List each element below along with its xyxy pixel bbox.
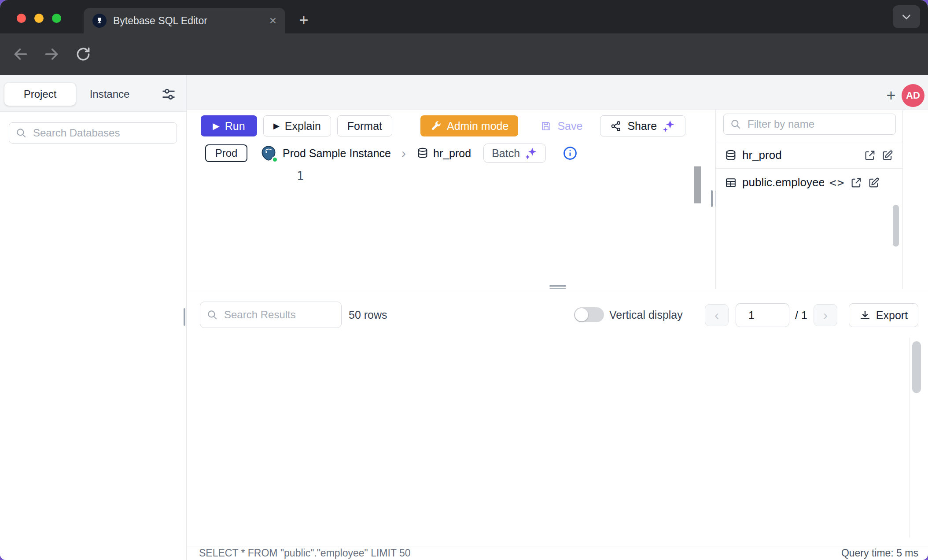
browser-navbar: localhost:8080/sql-editor/prod-sample-in… — [0, 33, 928, 75]
table-icon — [725, 177, 737, 189]
search-icon — [15, 127, 27, 139]
worksheet-tab-strip: + AD — [187, 75, 928, 110]
export-button[interactable]: Export — [849, 303, 918, 327]
instance-name[interactable]: Prod Sample Instance — [283, 147, 391, 160]
page-total: / 1 — [795, 303, 807, 327]
previous-page-button[interactable]: ‹ — [705, 304, 729, 326]
play-outline-icon: ▶ — [273, 121, 280, 131]
database-name[interactable]: hr_prod — [433, 147, 471, 160]
batch-sparkle-icon — [524, 147, 538, 160]
filter-settings-icon[interactable] — [161, 86, 177, 102]
batch-button[interactable]: Batch — [483, 144, 546, 163]
close-window-button[interactable] — [17, 14, 26, 23]
vertical-display-toggle[interactable] — [574, 307, 604, 322]
schema-table-name: public.employee — [742, 176, 824, 189]
page-number-input[interactable] — [736, 303, 789, 327]
schema-scrollbar[interactable] — [893, 205, 899, 247]
external-link-icon[interactable] — [864, 149, 876, 162]
bytebase-favicon-icon — [92, 14, 107, 28]
screen: Bytebase SQL Editor × + localhost:8080/s… — [0, 0, 928, 560]
row-count: 50 rows — [349, 302, 387, 328]
save-label: Save — [557, 120, 582, 133]
play-icon: ▶ — [213, 121, 219, 131]
sidebar-header: Project Instance — [0, 75, 186, 112]
query-time: Query time: 5 ms — [841, 547, 918, 559]
environment-chip[interactable]: Prod — [205, 144, 247, 162]
admin-mode-button[interactable]: Admin mode — [420, 115, 518, 136]
tab-project[interactable]: Project — [4, 83, 76, 106]
admin-mode-label: Admin mode — [447, 120, 508, 133]
ai-sparkle-icon — [662, 119, 675, 133]
postgres-icon — [261, 145, 276, 161]
window-controls — [17, 14, 61, 23]
results-panel: 50 rows Vertical display ‹ / 1 › Export — [187, 289, 928, 546]
search-icon — [206, 309, 218, 321]
tab-search-button[interactable] — [893, 5, 920, 28]
search-icon — [730, 118, 741, 130]
results-search[interactable] — [200, 302, 342, 328]
run-button[interactable]: ▶ Run — [201, 115, 257, 136]
executed-query-text: SELECT * FROM "public"."employee" LIMIT … — [199, 547, 410, 559]
database-search-input[interactable] — [32, 126, 166, 140]
forward-icon[interactable] — [43, 46, 60, 63]
external-link-icon[interactable] — [850, 177, 862, 189]
maximize-window-button[interactable] — [52, 14, 61, 23]
view-definition-icon[interactable]: <> — [829, 176, 845, 189]
tab-instance[interactable]: Instance — [78, 83, 141, 106]
batch-label: Batch — [492, 147, 520, 160]
results-search-input[interactable] — [223, 308, 336, 321]
run-label: Run — [225, 120, 245, 133]
back-icon[interactable] — [12, 46, 29, 63]
format-label: Format — [347, 120, 382, 133]
line-number: 1 — [282, 169, 304, 183]
new-worksheet-button[interactable]: + — [881, 86, 901, 105]
wrench-icon — [430, 120, 442, 132]
vertical-display-label: Vertical display — [609, 302, 683, 328]
schema-database-name: hr_prod — [742, 148, 782, 162]
schema-table-row[interactable]: public.employee <> — [716, 168, 902, 196]
share-button[interactable]: Share — [600, 115, 685, 136]
close-tab-icon[interactable]: × — [269, 14, 276, 28]
results-scrollbar-thumb[interactable] — [912, 341, 921, 393]
explain-label: Explain — [285, 120, 321, 133]
database-icon — [725, 149, 737, 162]
editor-scrollbar[interactable] — [694, 166, 701, 203]
save-icon — [540, 120, 552, 132]
new-tab-button[interactable]: + — [294, 11, 313, 30]
database-icon — [416, 147, 429, 159]
next-page-button[interactable]: › — [814, 304, 837, 326]
share-icon — [610, 120, 622, 132]
edit-icon[interactable] — [868, 177, 880, 189]
schema-column-list — [716, 196, 902, 289]
format-button[interactable]: Format — [337, 115, 392, 136]
schema-filter-input[interactable] — [747, 118, 884, 131]
minimize-window-button[interactable] — [34, 14, 44, 23]
save-button[interactable]: Save — [536, 115, 587, 136]
download-icon — [859, 309, 871, 321]
results-scrollbar-track[interactable] — [910, 338, 923, 538]
export-label: Export — [876, 309, 908, 322]
avatar[interactable]: AD — [902, 84, 924, 107]
status-dot — [272, 156, 278, 163]
schema-panel: hr_prod public.employee <> — [715, 110, 902, 289]
schema-database-row[interactable]: hr_prod — [716, 142, 902, 168]
browser-tab-title: Bytebase SQL Editor — [113, 15, 265, 27]
browser-window: Bytebase SQL Editor × + localhost:8080/s… — [0, 0, 928, 560]
schema-filter[interactable] — [723, 114, 896, 135]
side-tab-strip — [902, 110, 928, 289]
sidebar: Project Instance — [0, 75, 187, 560]
reload-icon[interactable] — [75, 46, 92, 63]
share-label: Share — [627, 120, 657, 133]
browser-titlebar: Bytebase SQL Editor × + — [0, 0, 928, 33]
chevron-right-icon: › — [401, 146, 406, 161]
info-icon[interactable] — [563, 146, 578, 161]
explain-button[interactable]: ▶ Explain — [263, 115, 331, 136]
status-bar: SELECT * FROM "public"."employee" LIMIT … — [187, 546, 928, 560]
connection-breadcrumb: Prod Prod Sample Instance › hr_prod Batc… — [187, 142, 715, 165]
browser-tab[interactable]: Bytebase SQL Editor × — [84, 8, 285, 33]
edit-icon[interactable] — [881, 149, 894, 162]
editor-toolbar: ▶ Run ▶ Explain Format Admin mode Save S… — [187, 110, 715, 142]
toggle-knob — [575, 308, 588, 321]
sql-editor[interactable]: 1 — [187, 165, 715, 287]
database-search[interactable] — [9, 122, 177, 144]
